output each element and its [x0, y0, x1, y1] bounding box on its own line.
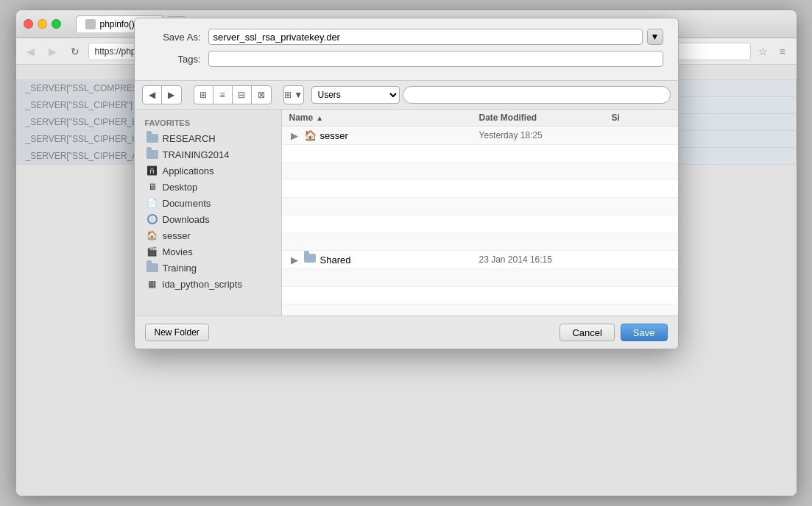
folder-icon [146, 262, 158, 274]
file-icon [304, 254, 316, 266]
sidebar-item-label: TRAINING2014 [163, 149, 230, 160]
expand-arrow[interactable]: ▶ [289, 130, 300, 140]
sidebar-item-label: sesser [163, 230, 191, 241]
icon-view-button[interactable]: ⊞ [194, 86, 213, 104]
grid-icon: ▦ [146, 278, 158, 290]
sidebar-item-downloads[interactable]: ↓ Downloads [136, 211, 280, 227]
sidebar-item-label: RESEARCH [163, 133, 216, 144]
file-date: Yesterday 18:25 [479, 130, 612, 140]
browser-window: phpinfo() ✕ + ◀ ▶ ↻ https://phpinfoleakd… [16, 10, 797, 496]
desktop-icon: 🖥 [146, 181, 158, 193]
sidebar-item-sesser[interactable]: 🏠 sesser [136, 227, 280, 243]
sidebar-item-label: Movies [163, 246, 193, 257]
table-row-empty [282, 180, 678, 198]
sidebar-item-label: Applications [163, 165, 214, 177]
sidebar-item-label: ida_python_scripts [163, 279, 242, 290]
search-input[interactable] [403, 86, 671, 104]
folder-icon [146, 149, 158, 160]
arrange-group: ⊞ ▼ [283, 85, 304, 104]
apps-icon: 🅰 [146, 165, 158, 177]
save-dialog-overlay: Save As: ▼ Tags: ◀ ▶ ⊞ ≡ [16, 10, 797, 496]
file-browser: FAVORITES RESEARCH TRAINING2014 🅰 Applic… [135, 110, 678, 316]
save-as-label: Save As: [149, 32, 208, 43]
dialog-header: Save As: ▼ Tags: [135, 18, 678, 80]
table-row-empty [282, 304, 678, 316]
file-date: 23 Jan 2014 16:15 [479, 254, 612, 265]
favorites-label: FAVORITES [135, 115, 281, 130]
sidebar-item-label: Documents [163, 198, 211, 209]
dialog-footer: New Folder Cancel Save [135, 316, 678, 349]
back-nav-button[interactable]: ◀ [143, 86, 162, 104]
tags-label: Tags: [149, 54, 208, 65]
table-row-empty [282, 215, 678, 233]
view-mode-group: ⊞ ≡ ⊟ ⊠ [194, 85, 272, 104]
cover-flow-button[interactable]: ⊠ [252, 86, 271, 104]
table-row-empty [282, 233, 678, 251]
tags-input[interactable] [208, 51, 663, 67]
cancel-button[interactable]: Cancel [559, 324, 614, 341]
arrange-button[interactable]: ⊞ ▼ [284, 86, 303, 104]
file-list: Name ▲ Date Modified Si ▶ 🏠 sesser Yeste… [282, 110, 678, 316]
sidebar-item-training[interactable]: Training [136, 260, 280, 276]
file-row-name: ▶ 🏠 sesser [289, 129, 479, 141]
tags-row: Tags: [149, 51, 663, 67]
downloads-icon: ↓ [146, 213, 158, 225]
file-row-name: ▶ Shared [289, 254, 479, 266]
sidebar-item-ida_python_scripts[interactable]: ▦ ida_python_scripts [136, 276, 280, 292]
table-row-empty [282, 163, 678, 180]
location-select[interactable]: Users [311, 86, 400, 104]
table-row-empty [282, 145, 678, 163]
expand-button[interactable]: ▼ [647, 29, 663, 45]
table-row-empty [282, 287, 678, 304]
table-row[interactable]: ▶ 🏠 sesser Yesterday 18:25 [282, 126, 678, 145]
docs-icon: 📄 [146, 197, 158, 209]
file-name: Shared [320, 254, 351, 266]
movies-icon: 🎬 [146, 246, 158, 257]
nav-buttons-group: ◀ ▶ [142, 85, 182, 104]
sidebar-item-training2014[interactable]: TRAINING2014 [136, 146, 280, 163]
size-column-header: Si [612, 113, 671, 123]
sidebar-item-label: Desktop [163, 182, 198, 193]
save-as-row: Save As: ▼ [149, 29, 663, 45]
expand-arrow[interactable]: ▶ [289, 254, 300, 265]
forward-nav-button[interactable]: ▶ [162, 86, 181, 104]
save-dialog: Save As: ▼ Tags: ◀ ▶ ⊞ ≡ [134, 18, 679, 349]
save-as-input[interactable] [208, 29, 643, 45]
new-folder-button[interactable]: New Folder [145, 324, 209, 341]
file-name: sesser [320, 130, 348, 141]
table-row[interactable]: ▶ Shared 23 Jan 2014 16:15 [282, 251, 678, 269]
home-icon: 🏠 [146, 229, 158, 241]
list-view-button[interactable]: ≡ [213, 86, 233, 104]
date-column-header: Date Modified [479, 113, 612, 123]
column-view-button[interactable]: ⊟ [233, 86, 252, 104]
sidebar-item-research[interactable]: RESEARCH [136, 130, 280, 146]
sidebar-item-documents[interactable]: 📄 Documents [136, 195, 280, 211]
sidebar-item-desktop[interactable]: 🖥 Desktop [136, 179, 280, 195]
sidebar: FAVORITES RESEARCH TRAINING2014 🅰 Applic… [135, 110, 282, 316]
table-row-empty [282, 269, 678, 287]
name-column-header: Name ▲ [289, 113, 479, 123]
sort-arrow: ▲ [316, 114, 323, 122]
table-row-empty [282, 198, 678, 215]
sidebar-item-label: Training [163, 263, 197, 274]
save-button[interactable]: Save [621, 324, 668, 341]
sidebar-item-applications[interactable]: 🅰 Applications [136, 163, 280, 179]
folder-icon [146, 132, 158, 144]
file-toolbar: ◀ ▶ ⊞ ≡ ⊟ ⊠ ⊞ ▼ Users [135, 80, 678, 110]
sidebar-item-movies[interactable]: 🎬 Movies [136, 243, 280, 260]
dialog-actions: Cancel Save [559, 324, 667, 341]
sidebar-item-label: Downloads [163, 214, 210, 225]
file-icon: 🏠 [304, 129, 316, 141]
file-list-header: Name ▲ Date Modified Si [282, 110, 678, 126]
